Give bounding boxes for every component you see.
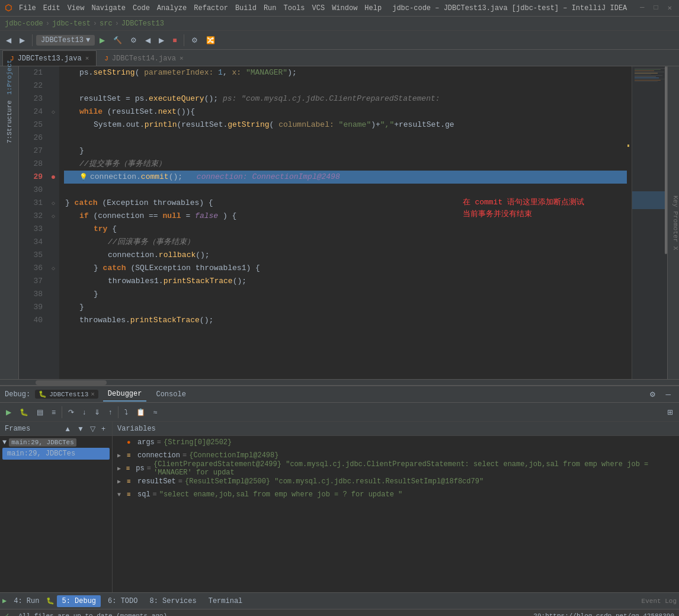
- thread-selector[interactable]: ▼ main:29, JDBCTes: [2, 438, 110, 447]
- evaluate-button[interactable]: 📋: [133, 406, 149, 418]
- menu-navigate[interactable]: Navigate: [91, 4, 126, 12]
- restore-layout-button[interactable]: ⊞: [664, 406, 677, 418]
- var-row-resultset[interactable]: ▶ ≡ resultSet = {ResultSetImpl@2500} "co…: [113, 475, 679, 488]
- gutter-33: [47, 223, 59, 236]
- step-over-button[interactable]: ↷: [65, 406, 78, 418]
- var-expand-connection[interactable]: ▶: [117, 452, 124, 459]
- bottom-tab-debug[interactable]: 5: Debug: [57, 595, 101, 607]
- status-message: All files are up-to-date (moments ago): [18, 612, 167, 617]
- menu-help[interactable]: Help: [364, 4, 382, 12]
- var-expand-resultset[interactable]: ▶: [117, 478, 124, 485]
- gutter-40: [47, 314, 59, 327]
- right-sidebar: Key Promoter X Structure Database Ant Wo…: [667, 66, 679, 379]
- code-line-30: [64, 184, 627, 197]
- line-number-gutter: 21 22 23 24 25 26 27 28 29 30 31 32 33 3…: [19, 66, 47, 379]
- tab-jdbctest13[interactable]: J JDBCTest13.java ×: [2, 50, 97, 66]
- menu-tools[interactable]: Tools: [284, 4, 305, 12]
- stop-button[interactable]: ■: [169, 34, 180, 46]
- var-expand-sql[interactable]: ▼: [117, 492, 124, 498]
- menu-refactor[interactable]: Refactor: [194, 4, 228, 12]
- menu-build[interactable]: Build: [235, 4, 257, 12]
- code-editor[interactable]: 21 22 23 24 25 26 27 28 29 30 31 32 33 3…: [19, 66, 679, 379]
- project-icon[interactable]: 1:Project: [1, 69, 18, 85]
- frames-filter-button[interactable]: ▽: [88, 424, 97, 434]
- close-button[interactable]: ✕: [665, 4, 674, 12]
- var-row-ps[interactable]: ▶ ≡ ps = {ClientPreparedStatement@2499} …: [113, 462, 679, 475]
- debugger-tab-btn[interactable]: 🐛: [16, 406, 32, 418]
- forward-button[interactable]: ▶: [16, 34, 28, 46]
- debug-close[interactable]: ×: [91, 391, 95, 398]
- frames-add-button[interactable]: +: [100, 424, 107, 434]
- menu-window[interactable]: Window: [332, 4, 357, 12]
- var-eq-sql: =: [153, 490, 157, 499]
- menu-analyze[interactable]: Analyze: [157, 4, 187, 12]
- code-line-35: connection.rollback();: [64, 249, 627, 262]
- next-run-button[interactable]: ▶: [155, 34, 168, 46]
- frames-down-button[interactable]: ▼: [75, 424, 86, 434]
- build-with-deps-button[interactable]: ⚙: [127, 34, 140, 46]
- bottom-tab-run[interactable]: 4: Run: [9, 595, 44, 607]
- code-content[interactable]: ps.setString( parameterIndex: 1, x: "MAN…: [59, 66, 632, 379]
- breadcrumb-module[interactable]: jdbc-test: [52, 20, 91, 28]
- force-step-into-button[interactable]: ⇓: [91, 406, 104, 418]
- gutter-38: [47, 288, 59, 301]
- breadcrumb-class[interactable]: JDBCTest13: [121, 20, 164, 28]
- var-row-sql[interactable]: ▼ ≡ sql = "select ename,job,sal from emp…: [113, 488, 679, 501]
- var-value-resultset: {ResultSetImpl@2500} "com.mysql.cj.jdbc.…: [185, 477, 483, 486]
- run-button[interactable]: ▶: [96, 34, 108, 46]
- var-value-args: {String[0]@2502}: [164, 438, 232, 447]
- gutter-29-breakpoint[interactable]: ●: [47, 171, 59, 184]
- gutter-30: [47, 184, 59, 197]
- mute-breakpoints-btn[interactable]: ≡: [48, 406, 59, 418]
- menu-run[interactable]: Run: [264, 4, 277, 12]
- console-tab-btn[interactable]: ▤: [33, 406, 47, 418]
- debug-tab-console[interactable]: Console: [151, 388, 190, 401]
- debug-minimize-button[interactable]: ─: [662, 389, 674, 400]
- build-button[interactable]: 🔨: [110, 34, 126, 46]
- code-line-36: } catch (SQLException throwables1) {: [64, 262, 627, 275]
- frames-up-button[interactable]: ▲: [62, 424, 73, 434]
- event-log-label[interactable]: Event Log: [642, 598, 677, 605]
- tab-close-1[interactable]: ×: [180, 55, 184, 62]
- debug-settings-button[interactable]: ⚙: [646, 389, 659, 400]
- tab-close-0[interactable]: ×: [85, 55, 89, 62]
- var-row-args[interactable]: ● args = {String[0]@2502}: [113, 436, 679, 449]
- frame-item-main[interactable]: main:29, JDBCTes: [2, 448, 110, 460]
- resume-button[interactable]: ▶: [2, 406, 15, 418]
- status-left: ✓ All files are up-to-date (moments ago): [5, 611, 167, 616]
- scrollbar-thumb[interactable]: [665, 66, 667, 254]
- tab-jdbctest14[interactable]: J JDBCTest14.java ×: [97, 50, 191, 66]
- bottom-tab-terminal[interactable]: Terminal: [204, 595, 248, 607]
- h-scrollbar-thumb[interactable]: [36, 380, 107, 385]
- git-button[interactable]: 🔀: [203, 34, 219, 46]
- settings-button[interactable]: ⚙: [188, 34, 201, 46]
- menu-edit[interactable]: Edit: [43, 4, 60, 12]
- variables-panel: Variables ● args = {String[0]@2502} ▶ ≡ …: [113, 422, 679, 592]
- maximize-button[interactable]: □: [652, 4, 661, 12]
- breadcrumb-project[interactable]: jdbc-code: [5, 20, 43, 28]
- trace-current-stream[interactable]: ≈: [150, 406, 161, 418]
- debug-config-name: 🐛 JDBCTest13 ×: [35, 390, 98, 399]
- debug-tab-debugger[interactable]: Debugger: [103, 387, 147, 402]
- debug-header-actions: ⚙ ─: [646, 389, 674, 400]
- horizontal-scrollbar[interactable]: [0, 379, 679, 385]
- bottom-tab-services[interactable]: 8: Services: [145, 595, 201, 607]
- menu-view[interactable]: View: [68, 4, 85, 12]
- minimap-highlight: [632, 191, 667, 209]
- menu-vcs[interactable]: VCS: [312, 4, 325, 12]
- back-button[interactable]: ◀: [2, 34, 15, 46]
- breadcrumb-src[interactable]: src: [100, 20, 113, 28]
- step-into-button[interactable]: ↓: [79, 406, 89, 418]
- prev-run-button[interactable]: ◀: [142, 34, 154, 46]
- menu-file[interactable]: File: [19, 4, 36, 12]
- code-line-29: 💡 connection.commit(); connection: Conne…: [64, 171, 627, 184]
- run-config-selector[interactable]: JDBCTest13 ▼: [36, 35, 95, 46]
- bottom-tab-todo[interactable]: 6: TODO: [103, 595, 142, 607]
- run-to-cursor-button[interactable]: ⤵: [121, 406, 132, 418]
- minimize-button[interactable]: ─: [638, 4, 646, 12]
- right-tab-key-promoter[interactable]: Key Promoter X: [672, 193, 679, 252]
- step-out-button[interactable]: ↑: [105, 406, 116, 418]
- structure-icon[interactable]: 7:Structure: [1, 114, 18, 130]
- var-expand-ps[interactable]: ▶: [117, 465, 124, 472]
- menu-code[interactable]: Code: [133, 4, 150, 12]
